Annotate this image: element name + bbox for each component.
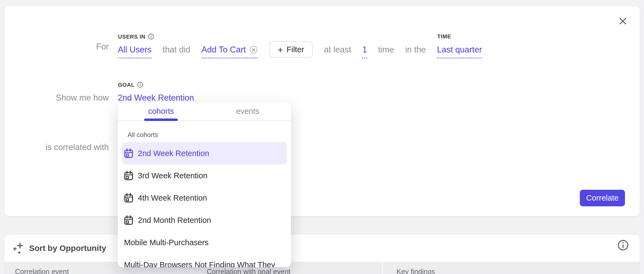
count-value[interactable]: 1	[362, 44, 367, 55]
joiner-in-the: in the	[405, 44, 426, 55]
sort-by-opportunity-label[interactable]: Sort by Opportunity	[29, 244, 106, 253]
time-range-field[interactable]: TIME Last quarter	[437, 44, 482, 55]
close-icon	[618, 17, 627, 26]
column-header-correlation-with-goal-event[interactable]: Correlation with goal event	[207, 267, 290, 274]
cohort-option-label: 3rd Week Retention	[138, 171, 208, 180]
cohort-option-label: Multi-Day Browsers Not Finding What They	[124, 260, 275, 267]
joiner-that-did: that did	[163, 44, 190, 55]
cohort-option-mobile-multi-purchasers[interactable]: Mobile Multi-Purchasers	[122, 231, 287, 254]
event-value-wrap[interactable]: Add To Cart	[202, 44, 258, 55]
goal-picker-dropdown: cohorts events All cohorts 2nd Week Rete…	[118, 102, 291, 267]
sentence-prefix-is-correlated-with: is correlated with	[4, 142, 109, 152]
info-icon[interactable]	[137, 82, 143, 88]
calendar-icon	[124, 193, 133, 203]
close-button[interactable]	[617, 15, 629, 27]
plus-icon: +	[278, 46, 283, 54]
cohort-option-label: 2nd Week Retention	[138, 149, 209, 158]
cohort-list: 2nd Week Retention 3rd Week Retention 4t…	[118, 142, 291, 267]
event-field[interactable]: Add To Cart	[202, 44, 258, 55]
query-builder-panel: For USERS IN All Users that did Add To C…	[4, 6, 640, 216]
dropdown-tabs: cohorts events	[118, 102, 291, 121]
column-header-correlation-event[interactable]: Correlation event	[15, 267, 69, 274]
cohort-option-multi-day-browsers[interactable]: Multi-Day Browsers Not Finding What They	[122, 254, 287, 267]
users-in-label: USERS IN	[118, 33, 154, 40]
users-value[interactable]: All Users	[118, 44, 151, 55]
correlate-button[interactable]: Correlate	[580, 190, 625, 206]
joiner-time: time	[378, 44, 394, 55]
users-field[interactable]: USERS IN All Users	[118, 44, 151, 55]
cohort-option-2nd-week-retention[interactable]: 2nd Week Retention	[122, 142, 287, 164]
sort-bar: Sort by Opportunity	[4, 235, 640, 262]
goal-label: GOAL	[118, 82, 143, 88]
cohort-option-label: Mobile Multi-Purchasers	[124, 238, 209, 247]
tab-cohorts[interactable]: cohorts	[118, 102, 205, 120]
info-icon[interactable]	[148, 33, 154, 40]
cohort-option-label: 4th Week Retention	[138, 194, 207, 203]
calendar-icon	[124, 170, 133, 181]
info-icon[interactable]	[617, 239, 629, 251]
event-value[interactable]: Add To Cart	[202, 44, 246, 55]
results-panel: Sort by Opportunity Correlation event Co…	[4, 235, 640, 274]
add-filter-label: Filter	[287, 45, 304, 54]
sentence-prefix-for: For	[4, 41, 109, 52]
sparkle-icon	[12, 242, 25, 254]
column-divider	[382, 262, 383, 274]
all-cohorts-label: All cohorts	[128, 131, 291, 139]
column-header-key-findings[interactable]: Key findings	[397, 267, 435, 274]
correlate-analysis-screen: For USERS IN All Users that did Add To C…	[0, 0, 644, 274]
cohort-option-4th-week-retention[interactable]: 4th Week Retention	[122, 187, 287, 209]
goal-value[interactable]: 2nd Week Retention	[118, 92, 194, 103]
users-in-label-text: USERS IN	[118, 34, 145, 40]
tab-events[interactable]: events	[205, 102, 291, 120]
joiner-at-least: at least	[324, 44, 351, 55]
active-tab-indicator	[144, 119, 178, 121]
goal-label-text: GOAL	[118, 82, 135, 88]
cohort-option-3rd-week-retention[interactable]: 3rd Week Retention	[122, 164, 287, 187]
goal-field[interactable]: GOAL 2nd Week Retention	[118, 92, 194, 103]
sentence-prefix-show-me-how: Show me how	[4, 92, 109, 103]
cohort-option-2nd-month-retention[interactable]: 2nd Month Retention	[122, 209, 287, 231]
time-range-value[interactable]: Last quarter	[437, 44, 482, 55]
results-table-header: Correlation event Correlation with goal …	[4, 262, 640, 274]
remove-event-icon[interactable]	[249, 45, 258, 54]
add-filter-button[interactable]: + Filter	[269, 41, 313, 58]
calendar-icon	[124, 215, 133, 225]
cohort-option-label: 2nd Month Retention	[138, 216, 211, 225]
calendar-icon	[124, 148, 133, 158]
time-label: TIME	[437, 33, 451, 39]
